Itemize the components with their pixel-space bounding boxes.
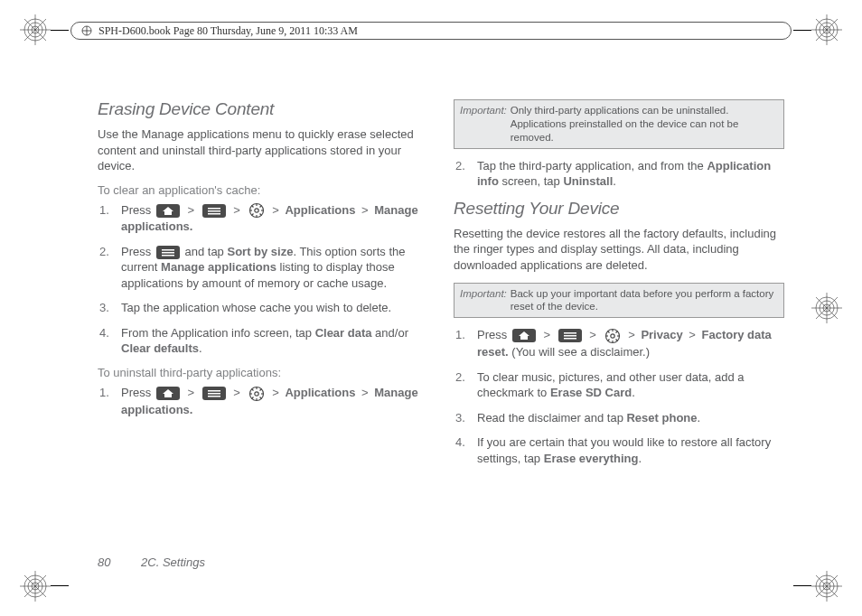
registration-mark-icon bbox=[811, 293, 842, 323]
svg-line-68 bbox=[251, 388, 253, 390]
left-column: Erasing Device Content Use the Manage ap… bbox=[98, 99, 428, 553]
step: Press > > > Applications > Manage applic… bbox=[117, 202, 428, 235]
svg-rect-56 bbox=[162, 255, 174, 257]
header-meta-text: SPH-D600.book Page 80 Thursday, June 9, … bbox=[98, 24, 358, 38]
steps-uninstall: Press > > > Applications > Manage applic… bbox=[98, 385, 428, 417]
settings-gear-icon bbox=[248, 386, 265, 402]
registration-mark-icon bbox=[811, 14, 842, 45]
svg-rect-61 bbox=[208, 396, 220, 397]
page-footer: 80 2C. Settings bbox=[98, 555, 205, 569]
svg-point-44 bbox=[254, 209, 258, 212]
svg-rect-76 bbox=[564, 338, 576, 340]
registration-mark-icon bbox=[811, 571, 842, 602]
svg-line-49 bbox=[251, 206, 253, 208]
registration-mark-icon bbox=[20, 571, 51, 602]
page-number: 80 bbox=[98, 555, 110, 569]
svg-rect-54 bbox=[162, 249, 174, 251]
svg-rect-41 bbox=[208, 210, 220, 212]
step: Tap the application whose cache you wish… bbox=[117, 300, 428, 316]
menu-icon bbox=[558, 329, 582, 342]
important-note: Important: Back up your important data b… bbox=[454, 283, 784, 319]
svg-line-86 bbox=[607, 339, 609, 341]
subhead-clear-cache: To clear an application's cache: bbox=[98, 183, 428, 197]
menu-icon bbox=[156, 246, 180, 259]
home-icon bbox=[512, 329, 536, 342]
book-icon bbox=[80, 24, 93, 37]
crop-line bbox=[51, 30, 69, 31]
svg-rect-55 bbox=[162, 252, 174, 254]
heading-resetting: Resetting Your Device bbox=[454, 199, 784, 219]
section-label: 2C. Settings bbox=[141, 555, 205, 569]
home-icon bbox=[156, 387, 180, 400]
step: To clear music, pictures, and other user… bbox=[473, 369, 784, 401]
step: From the Application info screen, tap Cl… bbox=[117, 325, 428, 357]
step: Read the disclaimer and tap Reset phone. bbox=[473, 410, 784, 426]
step: Tap the third-party application, and fro… bbox=[473, 158, 784, 190]
svg-rect-60 bbox=[208, 393, 220, 395]
steps-reset: Press > > > Privacy > Factory data reset… bbox=[454, 327, 784, 466]
step: If you are certain that you would like t… bbox=[473, 434, 784, 466]
crop-line bbox=[51, 585, 69, 586]
svg-line-83 bbox=[607, 331, 609, 332]
important-note: Important: Only third-party applications… bbox=[454, 99, 784, 149]
steps-uninstall-cont: Tap the third-party application, and fro… bbox=[454, 158, 784, 190]
svg-line-50 bbox=[259, 214, 261, 216]
step: Press > > > Privacy > Factory data reset… bbox=[473, 327, 784, 359]
svg-line-52 bbox=[251, 214, 253, 216]
svg-line-70 bbox=[259, 388, 261, 390]
crop-line bbox=[793, 585, 811, 586]
settings-gear-icon bbox=[248, 202, 265, 219]
menu-icon bbox=[202, 204, 226, 218]
home-icon bbox=[156, 204, 180, 218]
page-body: Erasing Device Content Use the Manage ap… bbox=[98, 99, 784, 553]
steps-clear-cache: Press > > > Applications > Manage applic… bbox=[98, 202, 428, 357]
step: Press and tap Sort by size. This option … bbox=[117, 244, 428, 292]
svg-line-84 bbox=[615, 339, 617, 341]
intro-erasing: Use the Manage applications menu to quic… bbox=[98, 126, 428, 174]
svg-rect-42 bbox=[208, 213, 220, 215]
right-column: Important: Only third-party applications… bbox=[454, 99, 784, 553]
svg-rect-74 bbox=[564, 332, 576, 334]
svg-rect-40 bbox=[208, 208, 220, 210]
heading-erasing: Erasing Device Content bbox=[98, 99, 428, 119]
svg-rect-59 bbox=[208, 390, 220, 392]
crop-line bbox=[793, 30, 811, 31]
svg-rect-75 bbox=[564, 335, 576, 337]
svg-line-85 bbox=[615, 331, 617, 332]
svg-line-69 bbox=[259, 397, 261, 398]
settings-gear-icon bbox=[604, 328, 621, 344]
svg-line-51 bbox=[259, 206, 261, 208]
svg-point-78 bbox=[610, 334, 614, 338]
svg-line-71 bbox=[251, 397, 253, 398]
subhead-uninstall: To uninstall third-party applications: bbox=[98, 366, 428, 379]
step: Press > > > Applications > Manage applic… bbox=[117, 385, 428, 417]
header-meta: SPH-D600.book Page 80 Thursday, June 9, … bbox=[70, 22, 792, 40]
registration-mark-icon bbox=[20, 14, 51, 45]
intro-resetting: Resetting the device restores all the fa… bbox=[454, 226, 784, 274]
menu-icon bbox=[202, 387, 226, 400]
svg-point-63 bbox=[254, 391, 258, 395]
